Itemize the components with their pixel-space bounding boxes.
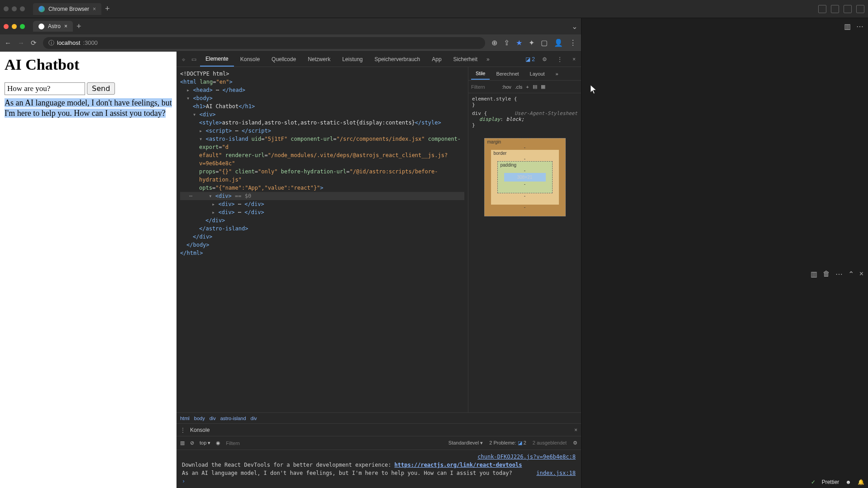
tab-network[interactable]: Netzwerk bbox=[302, 53, 336, 66]
more-icon[interactable]: » bbox=[551, 68, 563, 79]
style-rules[interactable]: element.style { } div {User-Agent-Styles… bbox=[468, 93, 581, 131]
context-selector[interactable]: top ▾ bbox=[200, 440, 210, 446]
crumb[interactable]: astro-island bbox=[220, 416, 246, 421]
close-icon[interactable]: × bbox=[93, 6, 96, 12]
console-prompt[interactable]: › bbox=[182, 478, 185, 484]
chevron-up-icon[interactable]: ⌃ bbox=[848, 270, 854, 278]
site-info-icon[interactable]: ⓘ bbox=[48, 39, 54, 47]
status-prettier[interactable]: Prettier bbox=[822, 479, 839, 485]
clear-console-icon[interactable]: ⊘ bbox=[190, 440, 194, 446]
close-icon[interactable]: × bbox=[574, 427, 577, 433]
feedback-icon[interactable]: ☻ bbox=[845, 479, 851, 485]
console-log[interactable]: chunk-DFKOJ226.js?v=9e6b4e8c:8 Download … bbox=[176, 450, 581, 488]
zoom-icon[interactable]: ⊕ bbox=[491, 38, 497, 47]
chevron-down-icon[interactable]: ⌄ bbox=[572, 22, 577, 31]
log-level-selector[interactable]: Standardlevel ▾ bbox=[448, 440, 483, 446]
crumb[interactable]: html bbox=[180, 416, 190, 421]
more-tabs-icon[interactable]: » bbox=[484, 54, 492, 64]
settings-icon[interactable]: ⚙ bbox=[539, 54, 550, 64]
url-path: :3000 bbox=[83, 39, 98, 46]
styles-tab-layout[interactable]: Layout bbox=[525, 68, 549, 79]
panel-icon[interactable]: ▥ bbox=[811, 270, 817, 278]
drawer-menu-icon[interactable]: ⋮ bbox=[180, 427, 186, 433]
reload-button[interactable]: ⟳ bbox=[31, 39, 37, 47]
layout-icon[interactable] bbox=[831, 5, 839, 13]
browser-window-controls[interactable] bbox=[4, 24, 25, 29]
tab-performance[interactable]: Leistung bbox=[337, 53, 368, 66]
box-model[interactable]: margin - border - padding - 308×21 - bbox=[484, 138, 566, 216]
tab-memory[interactable]: Speicherverbrauch bbox=[369, 53, 426, 66]
tab-elements[interactable]: Elemente bbox=[200, 52, 234, 67]
layout-icons[interactable] bbox=[818, 5, 864, 13]
new-browser-tab-button[interactable]: + bbox=[76, 22, 81, 31]
back-button[interactable]: ← bbox=[5, 39, 11, 47]
browser-window: Astro × + ⌄ ← → ⟳ ⓘ localhost:3000 ⊕ ⇪ ★ bbox=[0, 18, 582, 488]
panel-icon[interactable]: ▢ bbox=[541, 38, 548, 47]
send-button[interactable]: Send bbox=[87, 82, 115, 95]
styles-tab-stile[interactable]: Stile bbox=[471, 68, 490, 80]
more-icon[interactable]: ⋯ bbox=[835, 270, 843, 278]
close-icon[interactable]: × bbox=[570, 54, 578, 64]
chrome-icon bbox=[38, 6, 45, 12]
rendered-page: AI Chatbot Send As an AI language model,… bbox=[0, 52, 176, 488]
menu-icon[interactable]: ⋮ bbox=[554, 54, 565, 64]
new-tab-button[interactable]: + bbox=[105, 4, 110, 14]
computed-icon[interactable]: ▦ bbox=[541, 84, 545, 90]
chat-input[interactable] bbox=[5, 82, 85, 95]
window-controls[interactable] bbox=[4, 6, 25, 11]
sidebar-toggle-icon[interactable]: ▥ bbox=[180, 440, 185, 446]
editor-right-panel: ▥ ⋯ ▥ 🗑 ⋯ ⌃ × ✓ Prettier ☻ 🔔 bbox=[582, 18, 868, 488]
layout-icon[interactable] bbox=[818, 5, 826, 13]
box-model-content: 308×21 bbox=[504, 173, 546, 182]
tab-sources[interactable]: Quellcode bbox=[266, 53, 301, 66]
bell-icon[interactable]: 🔔 bbox=[858, 479, 864, 485]
crumb[interactable]: div bbox=[251, 416, 257, 421]
editor-tab-chrome[interactable]: Chrome Browser × bbox=[33, 3, 101, 15]
trash-icon[interactable]: 🗑 bbox=[823, 270, 830, 278]
styles-pane: Stile Berechnet Layout » :hov .cls + ▤ bbox=[468, 67, 581, 412]
hov-toggle[interactable]: :hov bbox=[502, 84, 511, 90]
hidden-count[interactable]: 2 ausgeblendet bbox=[533, 440, 567, 446]
split-icon[interactable]: ▥ bbox=[844, 22, 851, 31]
print-icon[interactable]: ▤ bbox=[533, 84, 537, 90]
inspect-icon[interactable]: ⟐ bbox=[179, 54, 188, 64]
close-icon[interactable]: × bbox=[859, 270, 863, 278]
tab-app[interactable]: App bbox=[426, 53, 447, 66]
new-rule-icon[interactable]: + bbox=[526, 84, 529, 90]
console-settings-icon[interactable]: ⚙ bbox=[573, 440, 577, 446]
close-icon[interactable]: × bbox=[64, 23, 67, 29]
log-source-link[interactable]: index.jsx:18 bbox=[536, 470, 576, 476]
forward-button[interactable]: → bbox=[18, 39, 24, 47]
tab-console[interactable]: Konsole bbox=[235, 53, 265, 66]
log-source-link[interactable]: chunk-DFKOJ226.js?v=9e6b4e8c:8 bbox=[477, 454, 576, 460]
crumb[interactable]: body bbox=[194, 416, 205, 421]
drawer-tab-konsole[interactable]: Konsole bbox=[186, 425, 214, 435]
selected-dom-node[interactable]: ⋯▾ <div> == $0 bbox=[180, 192, 464, 200]
profile-icon[interactable]: 👤 bbox=[554, 38, 563, 47]
styles-filter-input[interactable] bbox=[471, 84, 498, 90]
crumb[interactable]: div bbox=[210, 416, 216, 421]
react-devtools-link[interactable]: https://reactjs.org/link/react-devtools bbox=[395, 462, 522, 468]
console-filter-input[interactable] bbox=[226, 440, 280, 446]
live-expression-icon[interactable]: ◉ bbox=[216, 440, 220, 446]
log-message: Download the React DevTools for a better… bbox=[182, 462, 576, 468]
menu-icon[interactable]: ⋮ bbox=[569, 38, 577, 47]
dom-breadcrumb[interactable]: html body div astro-island div bbox=[176, 412, 581, 423]
browser-tab-astro[interactable]: Astro × bbox=[33, 21, 73, 32]
share-icon[interactable]: ⇪ bbox=[504, 38, 510, 47]
browser-tab-title: Astro bbox=[48, 23, 61, 29]
extensions-icon[interactable]: ✦ bbox=[529, 38, 534, 47]
device-icon[interactable]: ▭ bbox=[189, 54, 199, 64]
problems-count[interactable]: 2 Probleme: ◪ 2 bbox=[489, 440, 526, 446]
tab-security[interactable]: Sicherheit bbox=[448, 53, 483, 66]
cls-toggle[interactable]: .cls bbox=[515, 84, 523, 90]
layout-icon[interactable] bbox=[844, 5, 852, 13]
styles-tab-berechnet[interactable]: Berechnet bbox=[491, 68, 523, 79]
bookmark-icon[interactable]: ★ bbox=[516, 38, 522, 47]
dom-tree[interactable]: <!DOCTYPE html> <html lang="en"> ▸ <head… bbox=[176, 67, 468, 412]
more-icon[interactable]: ⋯ bbox=[856, 22, 863, 31]
layout-icon[interactable] bbox=[856, 5, 864, 13]
browser-tabbar: Astro × + ⌄ bbox=[0, 18, 581, 34]
address-bar[interactable]: ⓘ localhost:3000 bbox=[43, 37, 485, 49]
issues-badge[interactable]: ◪ 2 bbox=[525, 56, 535, 62]
